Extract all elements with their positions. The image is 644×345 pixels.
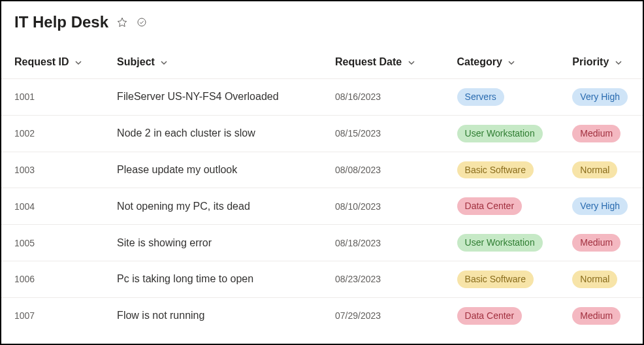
cell-subject: Not opening my PC, its dead [104, 188, 322, 225]
column-label: Request Date [335, 56, 402, 67]
column-header-subject[interactable]: Subject [104, 50, 322, 79]
cell-date: 08/10/2023 [322, 188, 444, 225]
column-header-request-id[interactable]: Request ID [1, 50, 104, 79]
table-body: 1001FileServer US-NY-FS4 Overloaded08/16… [1, 79, 643, 334]
priority-badge: Medium [572, 125, 620, 142]
cell-date: 08/23/2023 [322, 261, 444, 297]
page-header: IT Help Desk [1, 13, 643, 50]
category-badge: Data Center [457, 307, 522, 325]
star-icon[interactable] [116, 16, 128, 28]
svg-point-0 [138, 18, 146, 26]
cell-date: 08/15/2023 [322, 115, 444, 152]
cell-request-id: 1005 [1, 225, 104, 261]
cell-subject: Site is showing error [104, 225, 322, 261]
priority-badge: Normal [572, 271, 617, 288]
table-row[interactable]: 1007Flow is not running07/29/2023Data Ce… [1, 297, 643, 333]
cell-subject: Please update my outlook [104, 152, 322, 188]
cell-priority: Normal [559, 152, 643, 188]
cell-date: 08/08/2023 [322, 152, 444, 188]
column-header-category[interactable]: Category [444, 50, 560, 79]
chevron-down-icon [507, 59, 515, 67]
column-label: Request ID [14, 56, 69, 67]
cell-request-id: 1003 [1, 152, 104, 188]
cell-priority: Medium [559, 225, 643, 261]
column-header-priority[interactable]: Priority [559, 50, 643, 79]
cell-request-id: 1007 [1, 297, 104, 333]
requests-table: Request ID Subject Request Date Category… [1, 50, 643, 334]
table-row[interactable]: 1004Not opening my PC, its dead08/10/202… [1, 188, 643, 225]
page-title: IT Help Desk [14, 13, 108, 31]
cell-priority: Very High [559, 79, 643, 116]
priority-badge: Medium [572, 307, 620, 325]
priority-badge: Very High [572, 88, 628, 106]
priority-badge: Medium [572, 234, 620, 252]
cell-request-id: 1002 [1, 115, 104, 152]
table-row[interactable]: 1001FileServer US-NY-FS4 Overloaded08/16… [1, 79, 643, 116]
cell-subject: Flow is not running [104, 297, 322, 333]
cell-date: 07/29/2023 [322, 297, 444, 333]
chevron-down-icon [408, 59, 415, 67]
priority-badge: Very High [572, 197, 628, 215]
cell-category: Basic Software [444, 261, 560, 297]
chevron-down-icon [74, 59, 82, 67]
column-label: Subject [117, 56, 155, 67]
category-badge: Data Center [457, 197, 522, 215]
cell-priority: Medium [559, 297, 643, 333]
cell-category: User Workstation [444, 115, 560, 152]
category-badge: User Workstation [457, 234, 543, 252]
cell-subject: FileServer US-NY-FS4 Overloaded [104, 79, 322, 116]
category-badge: Servers [457, 88, 504, 106]
cell-category: Data Center [444, 297, 560, 333]
column-label: Category [457, 56, 502, 67]
column-header-request-date[interactable]: Request Date [322, 50, 444, 79]
cell-category: User Workstation [444, 225, 560, 261]
cell-subject: Pc is taking long time to open [104, 261, 322, 297]
table-row[interactable]: 1006Pc is taking long time to open08/23/… [1, 261, 643, 297]
cell-category: Data Center [444, 188, 560, 225]
priority-badge: Normal [572, 161, 617, 179]
cell-request-id: 1004 [1, 188, 104, 225]
cell-priority: Very High [559, 188, 643, 225]
cell-category: Basic Software [444, 152, 560, 188]
table-row[interactable]: 1002Node 2 in each cluster is slow08/15/… [1, 115, 643, 152]
column-label: Priority [572, 56, 609, 67]
table-header-row: Request ID Subject Request Date Category… [1, 50, 643, 79]
chevron-down-icon [615, 59, 622, 67]
table-row[interactable]: 1003Please update my outlook08/08/2023Ba… [1, 152, 643, 188]
check-circle-icon[interactable] [136, 16, 148, 28]
cell-priority: Normal [559, 261, 643, 297]
cell-date: 08/16/2023 [322, 79, 444, 116]
cell-category: Servers [444, 79, 560, 116]
cell-priority: Medium [559, 115, 643, 152]
category-badge: Basic Software [457, 271, 534, 288]
cell-request-id: 1006 [1, 261, 104, 297]
category-badge: Basic Software [457, 161, 534, 179]
chevron-down-icon [160, 59, 168, 67]
category-badge: User Workstation [457, 125, 543, 142]
cell-subject: Node 2 in each cluster is slow [104, 115, 322, 152]
table-row[interactable]: 1005Site is showing error08/18/2023User … [1, 225, 643, 261]
cell-date: 08/18/2023 [322, 225, 444, 261]
cell-request-id: 1001 [1, 79, 104, 116]
